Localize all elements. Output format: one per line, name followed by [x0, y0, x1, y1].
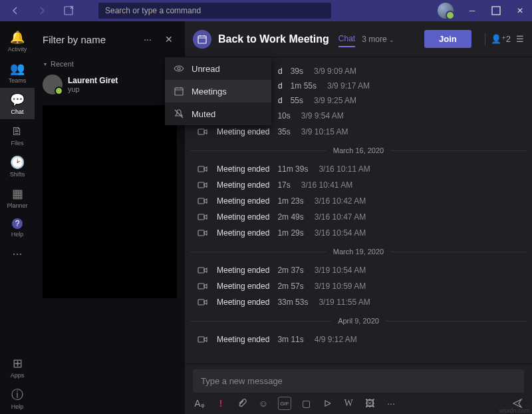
svg-rect-4 [198, 129, 204, 134]
help-icon: ⓘ [11, 388, 24, 401]
back-button[interactable] [5, 0, 25, 21]
rail-label: Chat [11, 108, 23, 115]
profile-avatar[interactable] [438, 3, 454, 19]
recent-section-label[interactable]: Recent [35, 57, 185, 71]
search-input[interactable]: Search or type a command [98, 3, 331, 19]
event-duration: 17s [277, 180, 290, 190]
more-tabs-dropdown[interactable]: 3 more ⌄ [362, 35, 394, 44]
event-duration: 3m 11s [277, 335, 303, 344]
event-duration: 10s [277, 111, 290, 120]
meeting-event-row: Meeting ended35s3/9 10:15 AM [190, 124, 527, 140]
rail-overflow[interactable]: ··· [0, 242, 35, 264]
date-separator: April 9, 2020 [190, 317, 527, 325]
meeting-event-row: Meeting ended1m 29s3/16 10:54 AM [190, 225, 527, 241]
chat-entry[interactable]: Laurent Giret yup [35, 71, 185, 99]
rail-chat[interactable]: 💬 Chat [0, 88, 35, 119]
meeting-event-row: Meeting ended2m 57s3/19 10:59 AM [190, 278, 527, 294]
compose-input[interactable]: Type a new message [193, 369, 524, 393]
rail-planner[interactable]: ▦ Planner [0, 182, 35, 213]
svg-rect-15 [175, 88, 183, 95]
meeting-event-row: Meeting ended3m 11s4/9 9:12 AM [190, 331, 527, 347]
emoji-icon[interactable]: ☺ [257, 397, 270, 410]
svg-rect-2 [198, 36, 206, 43]
conversation-title: Back to Work Meeting [218, 33, 329, 45]
camera-icon [196, 164, 210, 174]
rail-help[interactable]: ? Help [0, 213, 35, 242]
image-icon[interactable]: 🖾 [363, 397, 376, 410]
compose-toolbar: Aᵩ ! ☺ GIF ▢ ᐅ W 🖾 ··· [193, 397, 524, 410]
wiki-icon[interactable]: W [342, 397, 355, 410]
eye-icon [173, 63, 185, 75]
filter-title[interactable]: Filter by name [43, 34, 134, 45]
title-bar: Search or type a command ─ ✕ [0, 0, 532, 21]
compose-more-icon[interactable]: ··· [384, 397, 398, 410]
svg-rect-12 [198, 300, 204, 305]
filter-muted[interactable]: Muted [165, 103, 271, 125]
format-icon[interactable]: Aᵩ [193, 397, 206, 410]
minimize-button[interactable]: ─ [460, 0, 484, 21]
event-label: Meeting ended [217, 127, 269, 136]
participants-button[interactable]: 👤⁺2 [491, 34, 511, 44]
attach-icon[interactable] [235, 397, 249, 410]
camera-icon [196, 196, 210, 206]
chat-icon: 💬 [11, 93, 24, 106]
maximize-button[interactable] [484, 0, 508, 21]
rail-label: Shifts [10, 171, 25, 178]
filter-unread[interactable]: Unread [165, 57, 271, 80]
rail-files[interactable]: 🗎 Files [0, 119, 35, 150]
event-label: Meeting ended [217, 266, 269, 275]
history-nav [0, 0, 78, 21]
event-label: Meeting ended [217, 164, 269, 174]
camera-icon [196, 126, 210, 137]
rail-shifts[interactable]: 🕑 Shifts [0, 150, 35, 182]
event-time: 3/9 9:54 AM [301, 111, 344, 120]
shifts-icon: 🕑 [11, 156, 24, 169]
close-icon[interactable]: ✕ [161, 31, 177, 47]
tab-chat[interactable]: Chat [338, 31, 355, 47]
filter-item-label: Unread [192, 64, 220, 74]
redacted-block [43, 105, 177, 298]
event-label-fragment: d [278, 81, 283, 91]
svg-rect-1 [492, 7, 500, 15]
event-duration: 39s [291, 67, 303, 76]
event-duration: 11m 39s [277, 164, 308, 174]
important-icon[interactable]: ! [214, 397, 227, 410]
event-label: Meeting ended [217, 180, 269, 190]
date-label: March 19, 2020 [327, 248, 390, 256]
filter-meetings[interactable]: Meetings [165, 80, 271, 103]
filter-options-button[interactable]: ··· [140, 31, 156, 47]
rail-teams[interactable]: 👥 Teams [0, 57, 35, 88]
meeting-event-row: Meeting ended11m 39s3/16 10:11 AM [190, 161, 527, 177]
join-button[interactable]: Join [424, 30, 471, 48]
rail-help-bottom[interactable]: ⓘ Help [0, 383, 35, 414]
close-button[interactable]: ✕ [508, 0, 532, 21]
svg-rect-7 [198, 198, 204, 204]
filter-item-label: Meetings [192, 87, 227, 97]
meeting-event-row: Meeting ended17s3/16 10:41 AM [190, 177, 527, 193]
meeting-event-row: Meeting ended1m 23s3/16 10:42 AM [190, 193, 527, 209]
event-duration: 55s [291, 96, 303, 105]
event-time: 4/9 9:12 AM [315, 335, 357, 344]
event-duration: 2m 49s [277, 212, 303, 222]
teams-icon: 👥 [11, 62, 24, 75]
event-label-fragment: d [278, 96, 283, 105]
sticker-icon[interactable]: ▢ [299, 397, 313, 410]
help-icon: ? [12, 218, 23, 229]
event-time: 3/9 9:09 AM [314, 67, 356, 76]
date-label: April 9, 2020 [331, 317, 386, 325]
rail-activity[interactable]: 🔔 Activity [0, 25, 35, 57]
avatar [43, 75, 63, 95]
new-chat-button[interactable] [59, 0, 78, 21]
camera-icon [196, 228, 210, 238]
svg-rect-9 [198, 230, 204, 236]
gif-icon[interactable]: GIF [278, 397, 291, 410]
stream-icon[interactable]: ᐅ [321, 397, 334, 410]
meeting-event-row: Meeting ended2m 49s3/16 10:47 AM [190, 209, 527, 225]
event-duration: 33m 53s [277, 298, 308, 307]
forward-button[interactable] [32, 0, 52, 21]
event-duration: 1m 29s [277, 228, 303, 238]
search-placeholder: Search or type a command [105, 6, 201, 15]
rail-apps[interactable]: ⊞ Apps [0, 351, 35, 383]
list-view-icon[interactable]: ☰ [516, 34, 524, 44]
rail-label: Apps [11, 372, 25, 379]
